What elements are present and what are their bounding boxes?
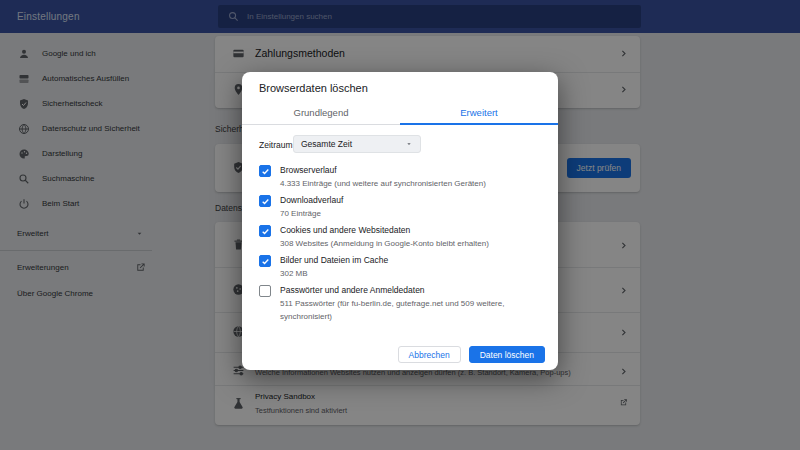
clear-data-button[interactable]: Daten löschen <box>469 346 545 363</box>
time-range-select[interactable]: Gesamte Zeit <box>293 135 421 153</box>
item-downloadverlauf[interactable]: Downloadverlauf 70 Einträge <box>259 194 541 220</box>
item-label: Browserverlauf <box>280 164 486 177</box>
checkbox[interactable] <box>259 225 271 237</box>
item-cookies[interactable]: Cookies und andere Websitedaten 308 Webs… <box>259 224 541 250</box>
checkbox[interactable] <box>259 195 271 207</box>
dialog-tabs: Grundlegend Erweitert <box>242 102 558 125</box>
tab-erweitert[interactable]: Erweitert <box>400 102 558 124</box>
item-detail: 4.333 Einträge (und weitere auf synchron… <box>280 177 486 190</box>
item-detail: 308 Websites (Anmeldung in Google-Konto … <box>280 237 489 250</box>
checkbox[interactable] <box>259 285 271 297</box>
item-cache[interactable]: Bilder und Dateien im Cache 302 MB <box>259 254 541 280</box>
item-label: Passwörter und andere Anmeldedaten <box>280 284 541 297</box>
item-passwoerter[interactable]: Passwörter und andere Anmeldedaten 511 P… <box>259 284 541 323</box>
item-label: Bilder und Dateien im Cache <box>280 254 388 267</box>
checkbox[interactable] <box>259 165 271 177</box>
item-label: Cookies und andere Websitedaten <box>280 224 489 237</box>
cancel-button[interactable]: Abbrechen <box>398 346 461 363</box>
time-range-label: Zeitraum <box>259 140 293 150</box>
tab-grundlegend[interactable]: Grundlegend <box>242 102 400 124</box>
item-browserverlauf[interactable]: Browserverlauf 4.333 Einträge (und weite… <box>259 164 541 190</box>
clear-browsing-data-dialog: Browserdaten löschen Grundlegend Erweite… <box>242 72 558 370</box>
item-detail: 511 Passwörter (für fu-berlin.de, gutefr… <box>280 297 541 323</box>
dialog-footer: Abbrechen Daten löschen <box>398 346 545 363</box>
checkbox[interactable] <box>259 255 271 267</box>
item-label: Downloadverlauf <box>280 194 343 207</box>
caret-down-icon <box>405 140 413 148</box>
item-detail: 70 Einträge <box>280 207 343 220</box>
dialog-title: Browserdaten löschen <box>259 82 368 94</box>
clear-data-items: Browserverlauf 4.333 Einträge (und weite… <box>259 164 541 327</box>
item-detail: 302 MB <box>280 267 388 280</box>
time-range-value: Gesamte Zeit <box>301 139 352 149</box>
